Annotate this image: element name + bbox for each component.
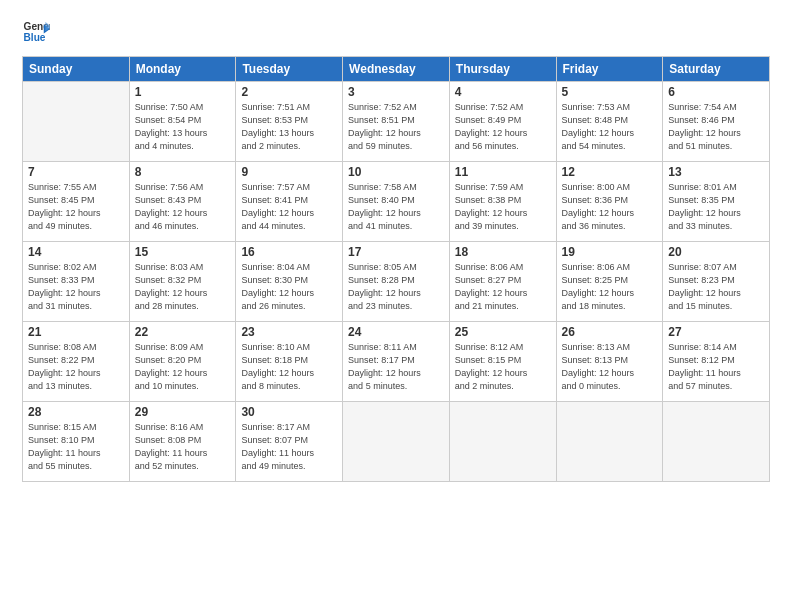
day-info: Sunrise: 8:00 AM Sunset: 8:36 PM Dayligh… <box>562 181 658 233</box>
cell-w3-d6: 27Sunrise: 8:14 AM Sunset: 8:12 PM Dayli… <box>663 322 770 402</box>
svg-text:Blue: Blue <box>24 32 46 43</box>
day-info: Sunrise: 8:11 AM Sunset: 8:17 PM Dayligh… <box>348 341 444 393</box>
day-info: Sunrise: 7:52 AM Sunset: 8:51 PM Dayligh… <box>348 101 444 153</box>
cell-w0-d4: 4Sunrise: 7:52 AM Sunset: 8:49 PM Daylig… <box>449 82 556 162</box>
day-number: 1 <box>135 85 231 99</box>
logo-icon: General Blue <box>22 18 50 46</box>
col-header-wednesday: Wednesday <box>343 57 450 82</box>
cell-w0-d0 <box>23 82 130 162</box>
day-info: Sunrise: 8:03 AM Sunset: 8:32 PM Dayligh… <box>135 261 231 313</box>
cell-w2-d0: 14Sunrise: 8:02 AM Sunset: 8:33 PM Dayli… <box>23 242 130 322</box>
day-number: 19 <box>562 245 658 259</box>
day-number: 17 <box>348 245 444 259</box>
day-number: 23 <box>241 325 337 339</box>
day-number: 28 <box>28 405 124 419</box>
cell-w3-d1: 22Sunrise: 8:09 AM Sunset: 8:20 PM Dayli… <box>129 322 236 402</box>
day-info: Sunrise: 8:17 AM Sunset: 8:07 PM Dayligh… <box>241 421 337 473</box>
day-number: 15 <box>135 245 231 259</box>
cell-w3-d5: 26Sunrise: 8:13 AM Sunset: 8:13 PM Dayli… <box>556 322 663 402</box>
cell-w0-d1: 1Sunrise: 7:50 AM Sunset: 8:54 PM Daylig… <box>129 82 236 162</box>
cell-w4-d6 <box>663 402 770 482</box>
day-number: 3 <box>348 85 444 99</box>
cell-w2-d1: 15Sunrise: 8:03 AM Sunset: 8:32 PM Dayli… <box>129 242 236 322</box>
day-info: Sunrise: 8:08 AM Sunset: 8:22 PM Dayligh… <box>28 341 124 393</box>
cell-w1-d0: 7Sunrise: 7:55 AM Sunset: 8:45 PM Daylig… <box>23 162 130 242</box>
cell-w3-d0: 21Sunrise: 8:08 AM Sunset: 8:22 PM Dayli… <box>23 322 130 402</box>
day-info: Sunrise: 7:52 AM Sunset: 8:49 PM Dayligh… <box>455 101 551 153</box>
logo: General Blue <box>22 18 56 46</box>
day-info: Sunrise: 8:01 AM Sunset: 8:35 PM Dayligh… <box>668 181 764 233</box>
cell-w4-d3 <box>343 402 450 482</box>
cell-w4-d0: 28Sunrise: 8:15 AM Sunset: 8:10 PM Dayli… <box>23 402 130 482</box>
cell-w3-d2: 23Sunrise: 8:10 AM Sunset: 8:18 PM Dayli… <box>236 322 343 402</box>
day-info: Sunrise: 7:59 AM Sunset: 8:38 PM Dayligh… <box>455 181 551 233</box>
day-info: Sunrise: 7:56 AM Sunset: 8:43 PM Dayligh… <box>135 181 231 233</box>
day-number: 7 <box>28 165 124 179</box>
day-info: Sunrise: 8:07 AM Sunset: 8:23 PM Dayligh… <box>668 261 764 313</box>
day-number: 4 <box>455 85 551 99</box>
day-number: 29 <box>135 405 231 419</box>
cell-w1-d3: 10Sunrise: 7:58 AM Sunset: 8:40 PM Dayli… <box>343 162 450 242</box>
col-header-sunday: Sunday <box>23 57 130 82</box>
day-info: Sunrise: 7:54 AM Sunset: 8:46 PM Dayligh… <box>668 101 764 153</box>
day-number: 20 <box>668 245 764 259</box>
cell-w0-d6: 6Sunrise: 7:54 AM Sunset: 8:46 PM Daylig… <box>663 82 770 162</box>
day-info: Sunrise: 8:09 AM Sunset: 8:20 PM Dayligh… <box>135 341 231 393</box>
day-number: 12 <box>562 165 658 179</box>
day-number: 27 <box>668 325 764 339</box>
day-number: 26 <box>562 325 658 339</box>
day-info: Sunrise: 8:02 AM Sunset: 8:33 PM Dayligh… <box>28 261 124 313</box>
day-number: 8 <box>135 165 231 179</box>
day-info: Sunrise: 8:04 AM Sunset: 8:30 PM Dayligh… <box>241 261 337 313</box>
cell-w4-d2: 30Sunrise: 8:17 AM Sunset: 8:07 PM Dayli… <box>236 402 343 482</box>
day-info: Sunrise: 8:15 AM Sunset: 8:10 PM Dayligh… <box>28 421 124 473</box>
cell-w0-d2: 2Sunrise: 7:51 AM Sunset: 8:53 PM Daylig… <box>236 82 343 162</box>
col-header-friday: Friday <box>556 57 663 82</box>
cell-w1-d6: 13Sunrise: 8:01 AM Sunset: 8:35 PM Dayli… <box>663 162 770 242</box>
day-info: Sunrise: 7:50 AM Sunset: 8:54 PM Dayligh… <box>135 101 231 153</box>
day-info: Sunrise: 8:16 AM Sunset: 8:08 PM Dayligh… <box>135 421 231 473</box>
cell-w2-d4: 18Sunrise: 8:06 AM Sunset: 8:27 PM Dayli… <box>449 242 556 322</box>
calendar-table: SundayMondayTuesdayWednesdayThursdayFrid… <box>22 56 770 482</box>
cell-w2-d5: 19Sunrise: 8:06 AM Sunset: 8:25 PM Dayli… <box>556 242 663 322</box>
day-number: 11 <box>455 165 551 179</box>
day-number: 18 <box>455 245 551 259</box>
day-info: Sunrise: 8:13 AM Sunset: 8:13 PM Dayligh… <box>562 341 658 393</box>
col-header-tuesday: Tuesday <box>236 57 343 82</box>
day-info: Sunrise: 8:06 AM Sunset: 8:25 PM Dayligh… <box>562 261 658 313</box>
cell-w2-d6: 20Sunrise: 8:07 AM Sunset: 8:23 PM Dayli… <box>663 242 770 322</box>
cell-w4-d5 <box>556 402 663 482</box>
day-number: 24 <box>348 325 444 339</box>
cell-w1-d4: 11Sunrise: 7:59 AM Sunset: 8:38 PM Dayli… <box>449 162 556 242</box>
day-number: 21 <box>28 325 124 339</box>
day-info: Sunrise: 8:14 AM Sunset: 8:12 PM Dayligh… <box>668 341 764 393</box>
day-number: 6 <box>668 85 764 99</box>
cell-w4-d1: 29Sunrise: 8:16 AM Sunset: 8:08 PM Dayli… <box>129 402 236 482</box>
col-header-thursday: Thursday <box>449 57 556 82</box>
day-info: Sunrise: 8:10 AM Sunset: 8:18 PM Dayligh… <box>241 341 337 393</box>
day-number: 16 <box>241 245 337 259</box>
day-info: Sunrise: 8:05 AM Sunset: 8:28 PM Dayligh… <box>348 261 444 313</box>
day-info: Sunrise: 7:58 AM Sunset: 8:40 PM Dayligh… <box>348 181 444 233</box>
day-number: 14 <box>28 245 124 259</box>
col-header-monday: Monday <box>129 57 236 82</box>
header: General Blue <box>22 18 770 46</box>
cell-w2-d2: 16Sunrise: 8:04 AM Sunset: 8:30 PM Dayli… <box>236 242 343 322</box>
cell-w0-d5: 5Sunrise: 7:53 AM Sunset: 8:48 PM Daylig… <box>556 82 663 162</box>
cell-w1-d2: 9Sunrise: 7:57 AM Sunset: 8:41 PM Daylig… <box>236 162 343 242</box>
day-info: Sunrise: 8:06 AM Sunset: 8:27 PM Dayligh… <box>455 261 551 313</box>
day-info: Sunrise: 8:12 AM Sunset: 8:15 PM Dayligh… <box>455 341 551 393</box>
day-number: 9 <box>241 165 337 179</box>
cell-w1-d1: 8Sunrise: 7:56 AM Sunset: 8:43 PM Daylig… <box>129 162 236 242</box>
col-header-saturday: Saturday <box>663 57 770 82</box>
day-info: Sunrise: 7:51 AM Sunset: 8:53 PM Dayligh… <box>241 101 337 153</box>
cell-w2-d3: 17Sunrise: 8:05 AM Sunset: 8:28 PM Dayli… <box>343 242 450 322</box>
day-info: Sunrise: 7:53 AM Sunset: 8:48 PM Dayligh… <box>562 101 658 153</box>
day-number: 22 <box>135 325 231 339</box>
cell-w1-d5: 12Sunrise: 8:00 AM Sunset: 8:36 PM Dayli… <box>556 162 663 242</box>
day-info: Sunrise: 7:55 AM Sunset: 8:45 PM Dayligh… <box>28 181 124 233</box>
cell-w0-d3: 3Sunrise: 7:52 AM Sunset: 8:51 PM Daylig… <box>343 82 450 162</box>
day-number: 13 <box>668 165 764 179</box>
day-number: 25 <box>455 325 551 339</box>
day-number: 5 <box>562 85 658 99</box>
